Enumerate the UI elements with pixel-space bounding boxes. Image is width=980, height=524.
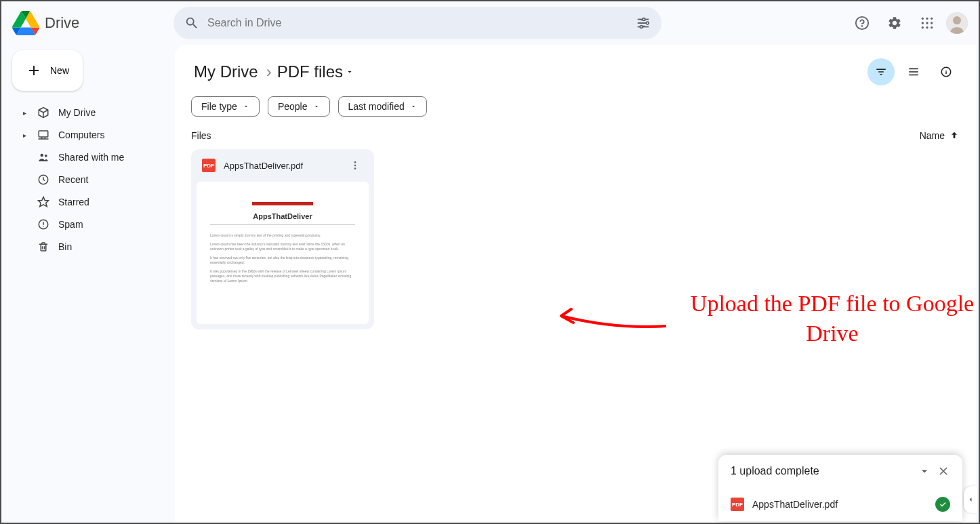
filter-chips: File type People Last modified <box>191 96 960 117</box>
svg-point-24 <box>45 155 47 157</box>
sidebar-item-label: Computers <box>58 129 104 140</box>
starred-icon <box>37 195 50 209</box>
recent-icon <box>37 173 50 186</box>
sidebar-item-label: Starred <box>58 197 89 207</box>
breadcrumb-root[interactable]: My Drive <box>191 60 261 84</box>
svg-point-19 <box>931 26 933 28</box>
svg-point-16 <box>931 22 933 24</box>
info-icon <box>940 66 952 78</box>
dropdown-caret-icon <box>410 103 417 110</box>
svg-point-17 <box>922 26 924 28</box>
section-title: Files <box>191 130 211 141</box>
svg-point-31 <box>354 167 356 169</box>
svg-point-30 <box>354 165 356 167</box>
filter-icon <box>875 66 887 78</box>
settings-button[interactable] <box>881 9 908 37</box>
file-name: AppsThatDeliver.pdf <box>224 161 339 171</box>
svg-point-8 <box>640 26 642 28</box>
expand-caret-icon: ▸ <box>20 132 28 139</box>
toast-close-button[interactable] <box>937 464 950 478</box>
gear-icon <box>887 16 902 31</box>
sidebar-item-bin[interactable]: Bin <box>12 236 164 258</box>
file-more-button[interactable] <box>347 157 363 174</box>
svg-rect-3 <box>638 22 647 24</box>
drive-logo-area[interactable]: Drive <box>12 9 168 37</box>
search-input[interactable] <box>207 17 628 29</box>
file-card[interactable]: PDF AppsThatDeliver.pdf AppsThatDeliver … <box>191 149 374 329</box>
breadcrumb-current[interactable]: PDF files <box>277 62 354 81</box>
sidebar-item-shared[interactable]: Shared with me <box>12 146 164 168</box>
svg-point-2 <box>642 18 645 21</box>
app-header: Drive <box>1 1 979 45</box>
toast-collapse-button[interactable] <box>918 464 931 478</box>
filter-chip-last-modified[interactable]: Last modified <box>338 96 427 117</box>
sidebar-item-recent[interactable]: Recent <box>12 169 164 190</box>
chevron-down-icon <box>918 464 931 478</box>
sidebar-item-my-drive[interactable]: ▸ My Drive <box>12 102 164 123</box>
filter-chip-people[interactable]: People <box>268 96 330 117</box>
sidebar-item-label: Shared with me <box>58 152 124 163</box>
svg-rect-22 <box>39 131 48 137</box>
sidebar-item-label: Bin <box>58 241 72 252</box>
svg-point-12 <box>926 18 928 20</box>
dropdown-caret-icon <box>346 68 354 76</box>
svg-point-29 <box>354 161 356 163</box>
breadcrumb: My Drive › PDF files <box>191 60 354 84</box>
toast-file-name: AppsThatDeliver.pdf <box>752 499 927 510</box>
account-avatar[interactable] <box>946 12 968 34</box>
apps-button[interactable] <box>914 9 941 37</box>
drive-logo-icon <box>12 9 39 37</box>
svg-rect-7 <box>642 26 649 28</box>
sidebar-item-label: Spam <box>58 219 83 230</box>
plus-icon <box>26 62 42 79</box>
svg-point-18 <box>926 26 928 28</box>
svg-rect-0 <box>638 19 642 20</box>
svg-point-21 <box>953 16 961 24</box>
list-icon <box>907 66 920 78</box>
sidebar-item-label: Recent <box>58 174 88 185</box>
sidebar-item-spam[interactable]: Spam <box>12 214 164 235</box>
success-check-icon <box>935 497 950 512</box>
apps-grid-icon <box>920 16 934 30</box>
filter-view-button[interactable] <box>867 58 895 85</box>
dropdown-caret-icon <box>313 103 320 110</box>
bin-icon <box>37 240 50 254</box>
my-drive-icon <box>37 106 50 119</box>
svg-point-5 <box>647 22 649 24</box>
dropdown-caret-icon <box>243 103 249 110</box>
more-vertical-icon <box>350 160 361 171</box>
side-panel-toggle[interactable] <box>964 486 977 513</box>
search-bar[interactable] <box>173 7 661 39</box>
sort-control[interactable]: Name <box>920 130 960 141</box>
new-button[interactable]: New <box>12 50 83 91</box>
header-actions <box>849 9 968 37</box>
pdf-icon: PDF <box>202 159 216 172</box>
help-button[interactable] <box>849 9 876 37</box>
view-controls <box>867 58 960 85</box>
file-grid: PDF AppsThatDeliver.pdf AppsThatDeliver … <box>191 149 960 329</box>
sidebar: New ▸ My Drive ▸ Computers Shared with m… <box>1 45 175 523</box>
search-options-icon[interactable] <box>636 16 651 31</box>
expand-caret-icon: ▸ <box>20 109 28 117</box>
info-button[interactable] <box>933 58 960 85</box>
sidebar-item-computers[interactable]: ▸ Computers <box>12 124 164 146</box>
svg-point-13 <box>931 18 933 20</box>
sidebar-item-starred[interactable]: Starred <box>12 191 164 213</box>
toast-item[interactable]: PDF AppsThatDeliver.pdf <box>718 487 962 521</box>
filter-chip-file-type[interactable]: File type <box>191 96 260 117</box>
main-content: My Drive › PDF files <box>175 45 976 523</box>
chevron-right-icon: › <box>266 62 272 81</box>
list-view-button[interactable] <box>900 58 927 85</box>
svg-point-15 <box>926 22 928 24</box>
pdf-icon: PDF <box>731 498 744 511</box>
search-icon <box>184 16 199 31</box>
computers-icon <box>37 128 50 142</box>
upload-toast: 1 upload complete PDF AppsThatDeliver.pd… <box>718 455 962 521</box>
close-icon <box>937 464 950 478</box>
help-icon <box>855 16 870 31</box>
arrow-up-icon <box>949 130 960 141</box>
sidebar-item-label: My Drive <box>58 107 96 118</box>
svg-point-11 <box>922 18 924 20</box>
svg-point-10 <box>862 26 863 26</box>
shared-icon <box>37 150 50 164</box>
